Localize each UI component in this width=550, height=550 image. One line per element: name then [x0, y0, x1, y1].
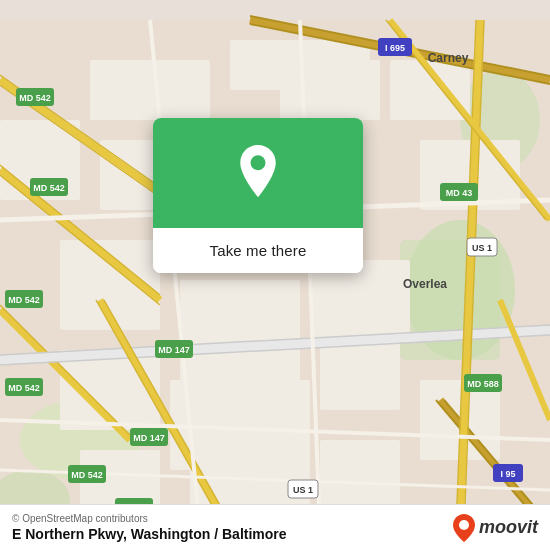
- moovit-brand-text: moovit: [479, 517, 538, 538]
- svg-rect-12: [180, 280, 300, 380]
- bottom-bar: © OpenStreetMap contributors E Northern …: [0, 504, 550, 550]
- svg-text:Carney: Carney: [428, 51, 469, 65]
- svg-text:MD 147: MD 147: [133, 433, 165, 443]
- svg-rect-7: [90, 60, 210, 120]
- svg-text:MD 542: MD 542: [71, 470, 103, 480]
- copyright-text: © OpenStreetMap contributors: [12, 513, 287, 524]
- moovit-pin-icon: [453, 514, 475, 542]
- svg-text:MD 542: MD 542: [8, 295, 40, 305]
- svg-text:US 1: US 1: [472, 243, 492, 253]
- svg-text:MD 542: MD 542: [8, 383, 40, 393]
- svg-text:I 695: I 695: [385, 43, 405, 53]
- location-pin-icon: [234, 145, 282, 201]
- svg-point-88: [459, 520, 469, 530]
- moovit-logo: moovit: [453, 514, 538, 542]
- svg-text:MD 588: MD 588: [467, 379, 499, 389]
- take-me-there-button[interactable]: Take me there: [153, 228, 363, 273]
- popup-green-area: [153, 118, 363, 228]
- bottom-left-info: © OpenStreetMap contributors E Northern …: [12, 513, 287, 542]
- svg-rect-21: [280, 60, 380, 120]
- svg-rect-16: [320, 340, 400, 410]
- svg-text:MD 542: MD 542: [33, 183, 65, 193]
- location-label: E Northern Pkwy, Washington / Baltimore: [12, 526, 287, 542]
- svg-point-87: [251, 155, 266, 170]
- svg-text:Overlea: Overlea: [403, 277, 447, 291]
- svg-text:US 1: US 1: [293, 485, 313, 495]
- svg-text:I 95: I 95: [500, 469, 515, 479]
- svg-rect-19: [320, 440, 400, 510]
- svg-text:MD 147: MD 147: [158, 345, 190, 355]
- map-container: MD 542 MD 542 MD 542 MD 542 MD 542 MD MD…: [0, 0, 550, 550]
- svg-text:MD 542: MD 542: [19, 93, 51, 103]
- svg-text:MD 43: MD 43: [446, 188, 473, 198]
- map-background: MD 542 MD 542 MD 542 MD 542 MD 542 MD MD…: [0, 0, 550, 550]
- popup-card: Take me there: [153, 118, 363, 273]
